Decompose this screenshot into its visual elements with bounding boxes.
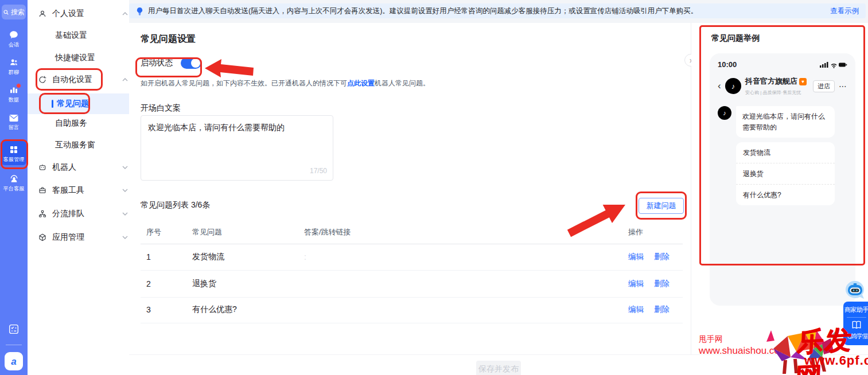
toggle-label: 启动状态: [141, 58, 173, 68]
sidebar-item-label: 客服管理: [3, 157, 25, 162]
sidebar-item-platform-cs[interactable]: 平台客服: [0, 174, 28, 192]
delete-link[interactable]: 删除: [654, 304, 670, 315]
enable-toggle[interactable]: [181, 57, 201, 69]
headset-icon: [9, 174, 20, 184]
menu-group-personal-settings[interactable]: 个人设置: [28, 3, 139, 25]
click-to-set-link[interactable]: 点此设置: [347, 79, 375, 87]
chevron-down-icon: [122, 212, 128, 216]
status-time: 10:00: [718, 60, 737, 69]
edit-link[interactable]: 编辑: [628, 304, 644, 315]
opening-script-text: 欢迎光临本店，请问有什么需要帮助的: [148, 123, 285, 132]
menu-label: 个人设置: [52, 9, 84, 19]
edit-link[interactable]: 编辑: [628, 279, 644, 289]
footer-bar: 保存并发布: [129, 354, 868, 375]
phone-status-bar: 10:00: [718, 60, 847, 69]
svg-text:a: a: [11, 356, 16, 367]
row-no: 3: [146, 305, 151, 314]
checklist-icon: [7, 323, 20, 335]
status-icons: [820, 61, 847, 68]
shop-avatar-small: ♪: [718, 106, 731, 120]
chevron-down-icon: [122, 236, 128, 239]
notification-dot: [16, 83, 21, 88]
banner-text: 用户每日首次进入聊天自动发送(隔天进入，内容与上次不同才会再次发送)。建议提前设…: [148, 6, 698, 16]
faq-item[interactable]: 退换货: [736, 163, 835, 184]
row-question: 有什么优惠?: [192, 304, 237, 315]
col-header-answer: 答案/跳转链接: [304, 227, 351, 237]
hint-text: 如开启机器人常见问题，如下内容不生效。已开通机器人的情况下可点此设置机器人常见问…: [141, 79, 430, 88]
row-no: 1: [146, 252, 151, 261]
active-indicator-bar: [52, 100, 53, 108]
sidebar-item-label: 群聊: [9, 69, 19, 75]
more-icon[interactable]: ⋯: [839, 81, 847, 91]
hint-before: 如开启机器人常见问题，如下内容不生效。已开通机器人的情况下可: [141, 79, 347, 87]
char-counter: 17/50: [310, 166, 327, 176]
faq-example-panel: 常见问题举例 10:00: [691, 23, 868, 354]
edit-link[interactable]: 编辑: [628, 252, 644, 262]
automation-icon: [38, 75, 47, 84]
sidebar-item-data[interactable]: 数据: [0, 85, 28, 103]
phone-mockup: 10:00 ‹ ♪: [710, 53, 855, 306]
mail-icon: [9, 114, 19, 123]
toggle-knob: [191, 58, 200, 68]
opening-script-textarea[interactable]: 欢迎光临本店，请问有什么需要帮助的 17/50: [141, 115, 333, 181]
widget-divider: [847, 317, 866, 318]
settings-menu: 个人设置 基础设置 快捷键设置 自动化设置 常见问题 自助服务 互动服务窗 机器…: [28, 0, 129, 375]
menu-label: 客服工具: [52, 185, 84, 196]
save-publish-button[interactable]: 保存并发布: [476, 361, 521, 375]
grid-icon: [9, 144, 19, 155]
shop-avatar: ♪: [725, 78, 741, 94]
search-icon: [3, 9, 9, 15]
menu-group-cs-tools[interactable]: 客服工具: [28, 179, 139, 201]
page-title: 常见问题设置: [141, 33, 196, 45]
menu-group-routing-queue[interactable]: 分流排队: [28, 203, 139, 225]
chat-header: ‹ ♪ 抖音官方旗舰店 ♥ 安心购 | 品质保障·售后无忧 进店 ⋯: [718, 76, 847, 96]
delete-link[interactable]: 删除: [654, 252, 670, 262]
sidebar-item-tasks[interactable]: [0, 323, 28, 335]
sidebar-item-message[interactable]: 留言: [0, 114, 28, 130]
chevron-down-icon: [122, 166, 128, 169]
row-question: 退换货: [192, 279, 216, 289]
sidebar-item-groupchat[interactable]: 群聊: [0, 57, 28, 75]
faq-settings-panel: 常见问题设置 启动状态 如开启机器人常见问题，如下内容不生效。已开通机器人的情况…: [129, 23, 691, 354]
search-label: 搜索: [11, 7, 25, 17]
opening-script-label: 开场白文案: [141, 103, 181, 114]
menu-label: 自助服务: [55, 118, 87, 128]
app-logo[interactable]: a: [0, 352, 28, 370]
menu-label: 分流排队: [52, 209, 84, 219]
menu-label: 机器人: [52, 162, 76, 173]
shop-badge-icon: ♥: [799, 78, 807, 85]
menu-label: 自动化设置: [52, 75, 92, 85]
app-window: 搜索 会话 群聊 数据 留言: [0, 0, 868, 375]
sidebar-divider: [6, 345, 22, 345]
faq-item[interactable]: 有什么优惠?: [736, 184, 835, 205]
menu-group-automation-settings[interactable]: 自动化设置: [28, 69, 139, 91]
table-row: 3 有什么优惠? 编辑 删除: [141, 296, 683, 323]
chevron-down-icon: [122, 189, 128, 192]
menu-group-robot[interactable]: 机器人: [28, 157, 139, 178]
enable-toggle-row: 启动状态: [141, 57, 201, 69]
view-example-link[interactable]: 查看示例: [830, 6, 859, 16]
people-icon: [9, 57, 20, 68]
faq-item[interactable]: 发货物流: [736, 142, 835, 163]
back-icon[interactable]: ‹: [718, 80, 725, 92]
cube-icon: [38, 233, 47, 242]
search-button[interactable]: 搜索: [2, 5, 26, 19]
menu-label: 互动服务窗: [55, 140, 95, 150]
table-row: 2 退换货 编辑 删除: [141, 271, 683, 298]
hint-after: 机器人常见问题。: [375, 79, 430, 87]
music-note-icon: ♪: [731, 82, 735, 91]
sidebar-item-chat[interactable]: 会话: [0, 30, 28, 48]
table-row: 1 发货物流 : 编辑 删除: [141, 244, 683, 271]
menu-group-app-management[interactable]: 应用管理: [28, 226, 139, 248]
heart-icon: ♥: [801, 79, 804, 84]
watermark-lefa-url: www.6pf.cn: [804, 353, 868, 368]
delete-link[interactable]: 删除: [654, 279, 670, 289]
sidebar-item-label: 平台客服: [3, 186, 25, 191]
menu-label: 常见问题: [57, 99, 89, 109]
new-question-button[interactable]: 新建问题: [639, 198, 684, 214]
menu-label: 应用管理: [52, 232, 84, 243]
merchant-assistant-label[interactable]: 商家助手: [844, 306, 868, 314]
enter-shop-button[interactable]: 进店: [813, 80, 835, 92]
faq-card: 发货物流 退换货 有什么优惠?: [736, 142, 835, 205]
sidebar-item-cs-management[interactable]: 客服管理: [1, 141, 26, 165]
